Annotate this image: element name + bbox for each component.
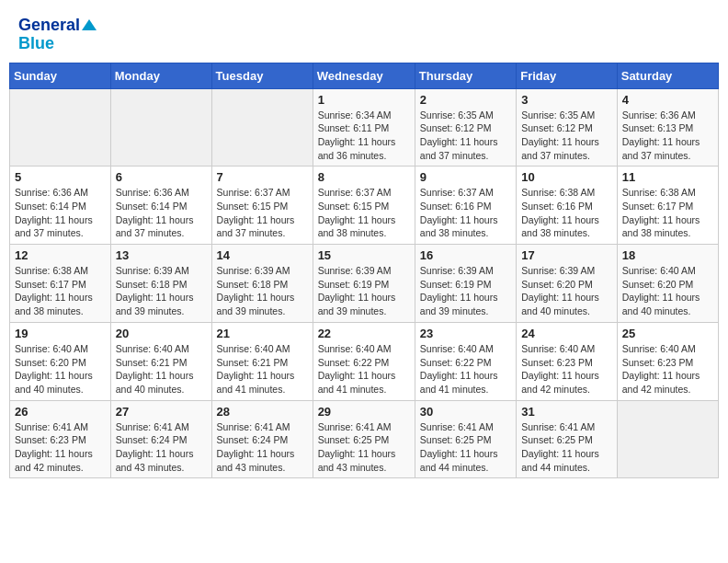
- day-number: 1: [318, 93, 410, 107]
- weekday-header: Tuesday: [211, 63, 313, 88]
- day-number: 30: [420, 405, 511, 419]
- day-info: Sunrise: 6:41 AM Sunset: 6:23 PM Dayligh…: [15, 420, 106, 475]
- calendar-cell: [617, 400, 718, 478]
- svg-marker-0: [82, 19, 97, 30]
- calendar-cell: [10, 88, 111, 167]
- day-info: Sunrise: 6:38 AM Sunset: 6:17 PM Dayligh…: [15, 264, 106, 318]
- day-number: 12: [15, 248, 106, 262]
- calendar-cell: 6Sunrise: 6:36 AM Sunset: 6:14 PM Daylig…: [110, 167, 211, 245]
- day-info: Sunrise: 6:35 AM Sunset: 6:12 PM Dayligh…: [420, 109, 511, 163]
- weekday-header: Friday: [517, 63, 618, 88]
- day-info: Sunrise: 6:40 AM Sunset: 6:23 PM Dayligh…: [521, 342, 612, 396]
- calendar-cell: 23Sunrise: 6:40 AM Sunset: 6:22 PM Dayli…: [415, 322, 516, 400]
- calendar-week-row: 19Sunrise: 6:40 AM Sunset: 6:20 PM Dayli…: [10, 322, 719, 400]
- day-number: 15: [318, 248, 410, 262]
- day-number: 14: [217, 248, 308, 262]
- day-number: 11: [622, 170, 713, 184]
- logo: General Blue: [18, 17, 97, 53]
- day-info: Sunrise: 6:37 AM Sunset: 6:15 PM Dayligh…: [217, 186, 308, 240]
- day-number: 24: [521, 327, 612, 340]
- calendar-cell: 2Sunrise: 6:35 AM Sunset: 6:12 PM Daylig…: [415, 88, 516, 167]
- calendar-cell: 7Sunrise: 6:37 AM Sunset: 6:15 PM Daylig…: [211, 167, 313, 245]
- day-number: 29: [318, 405, 410, 419]
- day-info: Sunrise: 6:40 AM Sunset: 6:21 PM Dayligh…: [116, 342, 207, 396]
- calendar-cell: 29Sunrise: 6:41 AM Sunset: 6:25 PM Dayli…: [313, 400, 415, 478]
- calendar-cell: 28Sunrise: 6:41 AM Sunset: 6:24 PM Dayli…: [211, 400, 313, 478]
- calendar-cell: 3Sunrise: 6:35 AM Sunset: 6:12 PM Daylig…: [517, 88, 618, 167]
- day-info: Sunrise: 6:39 AM Sunset: 6:20 PM Dayligh…: [521, 264, 612, 318]
- calendar-cell: 17Sunrise: 6:39 AM Sunset: 6:20 PM Dayli…: [517, 245, 618, 323]
- page-header: General Blue: [9, 9, 719, 63]
- calendar-cell: 26Sunrise: 6:41 AM Sunset: 6:23 PM Dayli…: [10, 400, 111, 478]
- day-number: 28: [217, 405, 308, 419]
- day-info: Sunrise: 6:37 AM Sunset: 6:15 PM Dayligh…: [318, 186, 410, 240]
- day-info: Sunrise: 6:40 AM Sunset: 6:20 PM Dayligh…: [622, 264, 713, 318]
- weekday-header: Thursday: [415, 63, 516, 88]
- day-number: 25: [622, 327, 713, 340]
- day-info: Sunrise: 6:40 AM Sunset: 6:23 PM Dayligh…: [622, 342, 713, 396]
- calendar-week-row: 12Sunrise: 6:38 AM Sunset: 6:17 PM Dayli…: [10, 245, 719, 323]
- calendar-week-row: 5Sunrise: 6:36 AM Sunset: 6:14 PM Daylig…: [10, 167, 719, 245]
- day-info: Sunrise: 6:38 AM Sunset: 6:16 PM Dayligh…: [521, 186, 612, 240]
- calendar-cell: 20Sunrise: 6:40 AM Sunset: 6:21 PM Dayli…: [110, 322, 211, 400]
- calendar-cell: 13Sunrise: 6:39 AM Sunset: 6:18 PM Dayli…: [110, 245, 211, 323]
- day-info: Sunrise: 6:40 AM Sunset: 6:21 PM Dayligh…: [217, 342, 308, 396]
- logo-icon: [82, 17, 97, 32]
- calendar-table: SundayMondayTuesdayWednesdayThursdayFrid…: [9, 63, 719, 479]
- calendar-cell: 11Sunrise: 6:38 AM Sunset: 6:17 PM Dayli…: [617, 167, 718, 245]
- day-number: 27: [116, 405, 207, 419]
- calendar-cell: 4Sunrise: 6:36 AM Sunset: 6:13 PM Daylig…: [617, 88, 718, 167]
- calendar-cell: 14Sunrise: 6:39 AM Sunset: 6:18 PM Dayli…: [211, 245, 313, 323]
- day-number: 2: [420, 93, 511, 107]
- calendar-cell: 5Sunrise: 6:36 AM Sunset: 6:14 PM Daylig…: [10, 167, 111, 245]
- calendar-cell: 1Sunrise: 6:34 AM Sunset: 6:11 PM Daylig…: [313, 88, 415, 167]
- day-info: Sunrise: 6:34 AM Sunset: 6:11 PM Dayligh…: [318, 109, 410, 163]
- calendar-cell: 21Sunrise: 6:40 AM Sunset: 6:21 PM Dayli…: [211, 322, 313, 400]
- calendar-cell: 31Sunrise: 6:41 AM Sunset: 6:25 PM Dayli…: [517, 400, 618, 478]
- day-info: Sunrise: 6:39 AM Sunset: 6:19 PM Dayligh…: [420, 264, 511, 318]
- calendar-cell: 30Sunrise: 6:41 AM Sunset: 6:25 PM Dayli…: [415, 400, 516, 478]
- calendar-cell: [211, 88, 313, 167]
- day-info: Sunrise: 6:39 AM Sunset: 6:18 PM Dayligh…: [116, 264, 207, 318]
- day-number: 19: [15, 327, 106, 340]
- calendar-cell: 27Sunrise: 6:41 AM Sunset: 6:24 PM Dayli…: [110, 400, 211, 478]
- day-number: 21: [217, 327, 308, 340]
- day-info: Sunrise: 6:39 AM Sunset: 6:19 PM Dayligh…: [318, 264, 410, 318]
- day-number: 6: [116, 170, 207, 184]
- day-number: 26: [15, 405, 106, 419]
- weekday-header: Wednesday: [313, 63, 415, 88]
- day-number: 8: [318, 170, 410, 184]
- day-info: Sunrise: 6:37 AM Sunset: 6:16 PM Dayligh…: [420, 186, 511, 240]
- day-info: Sunrise: 6:36 AM Sunset: 6:14 PM Dayligh…: [116, 186, 207, 240]
- weekday-header: Saturday: [617, 63, 718, 88]
- day-info: Sunrise: 6:41 AM Sunset: 6:24 PM Dayligh…: [217, 420, 308, 475]
- logo-blue: Blue: [18, 35, 54, 53]
- calendar-cell: 19Sunrise: 6:40 AM Sunset: 6:20 PM Dayli…: [10, 322, 111, 400]
- day-number: 18: [622, 248, 713, 262]
- day-info: Sunrise: 6:41 AM Sunset: 6:25 PM Dayligh…: [420, 420, 511, 475]
- calendar-header-row: SundayMondayTuesdayWednesdayThursdayFrid…: [10, 63, 719, 88]
- day-number: 4: [622, 93, 713, 107]
- day-info: Sunrise: 6:40 AM Sunset: 6:22 PM Dayligh…: [420, 342, 511, 396]
- calendar-cell: 8Sunrise: 6:37 AM Sunset: 6:15 PM Daylig…: [313, 167, 415, 245]
- day-number: 5: [15, 170, 106, 184]
- calendar-week-row: 1Sunrise: 6:34 AM Sunset: 6:11 PM Daylig…: [10, 88, 719, 167]
- calendar-week-row: 26Sunrise: 6:41 AM Sunset: 6:23 PM Dayli…: [10, 400, 719, 478]
- day-info: Sunrise: 6:40 AM Sunset: 6:20 PM Dayligh…: [15, 342, 106, 396]
- day-number: 7: [217, 170, 308, 184]
- day-info: Sunrise: 6:39 AM Sunset: 6:18 PM Dayligh…: [217, 264, 308, 318]
- calendar-cell: 25Sunrise: 6:40 AM Sunset: 6:23 PM Dayli…: [617, 322, 718, 400]
- calendar-cell: 10Sunrise: 6:38 AM Sunset: 6:16 PM Dayli…: [517, 167, 618, 245]
- day-info: Sunrise: 6:40 AM Sunset: 6:22 PM Dayligh…: [318, 342, 410, 396]
- day-info: Sunrise: 6:41 AM Sunset: 6:25 PM Dayligh…: [521, 420, 612, 475]
- day-info: Sunrise: 6:35 AM Sunset: 6:12 PM Dayligh…: [521, 109, 612, 163]
- day-number: 3: [521, 93, 612, 107]
- day-number: 17: [521, 248, 612, 262]
- day-info: Sunrise: 6:36 AM Sunset: 6:13 PM Dayligh…: [622, 109, 713, 163]
- day-number: 16: [420, 248, 511, 262]
- day-number: 23: [420, 327, 511, 340]
- day-info: Sunrise: 6:38 AM Sunset: 6:17 PM Dayligh…: [622, 186, 713, 240]
- calendar-cell: 22Sunrise: 6:40 AM Sunset: 6:22 PM Dayli…: [313, 322, 415, 400]
- day-number: 13: [116, 248, 207, 262]
- weekday-header: Monday: [110, 63, 211, 88]
